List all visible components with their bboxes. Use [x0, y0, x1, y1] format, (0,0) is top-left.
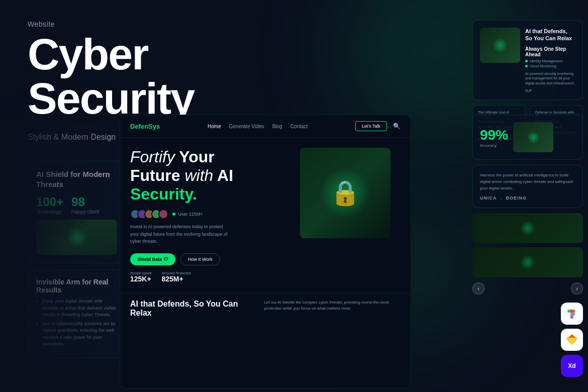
- user-label: User: [178, 212, 188, 217]
- section-title: AI that Defends, So You Can Relax: [130, 300, 249, 318]
- arrow-right[interactable]: ›: [571, 282, 583, 295]
- nav-link-blog[interactable]: Blog: [272, 124, 282, 129]
- nav-link-home[interactable]: Home: [208, 124, 221, 129]
- hero-title: Fortify Your Future with AI Security.: [130, 148, 290, 203]
- user-count-value: 125M+: [189, 212, 203, 217]
- card-body-text: AI-powered security monitoring and manag…: [525, 71, 575, 86]
- right-thumb-1: [472, 213, 583, 243]
- bullet-1: Equip your digital domain with invisible…: [36, 298, 117, 319]
- hero-title-future: Future: [130, 166, 180, 184]
- nav-logo: DefenSys: [130, 123, 160, 130]
- lock-icon: 🔒: [330, 179, 360, 207]
- sponsor-1: UNICA: [480, 195, 497, 201]
- percentage-label: Accuracy: [480, 143, 508, 148]
- search-icon[interactable]: 🔍: [393, 123, 401, 130]
- stat-joined: People joined 125K+: [130, 271, 151, 283]
- stat1-label: Technology: [36, 209, 63, 215]
- stat-joined-value: 125K+: [130, 275, 151, 283]
- sponsor-2: BOEING: [506, 195, 527, 201]
- invisible-card-title: Invisible Arm for Real Results: [36, 278, 117, 294]
- hero-title-your: Your: [179, 148, 215, 166]
- stat-secured-label: Secured Protected: [161, 271, 190, 275]
- shield-icon: 🛡: [164, 257, 168, 262]
- percentage-card: 99% Accuracy: [472, 115, 583, 160]
- stat2-value: 98: [71, 195, 99, 209]
- hero-title-with: with: [184, 166, 213, 184]
- feature-cloud: Cloud Monitoring: [525, 64, 575, 68]
- hero-stats: People joined 125K+ Secured Protected 82…: [130, 271, 290, 283]
- main-title: Cyber Security: [28, 32, 309, 121]
- user-row: User 125M+: [130, 209, 290, 219]
- center-mockup: DefenSys Home Generate Video Blog Contac…: [120, 115, 411, 388]
- shield-data-button[interactable]: Shield Data 🛡: [130, 253, 175, 265]
- top-right-thumbnail: [480, 28, 520, 63]
- nav-link-contact[interactable]: Contact: [290, 124, 308, 129]
- top-right-card: AI that Defends, So You Can Relax Always…: [472, 20, 583, 100]
- arrow-left[interactable]: ‹: [472, 282, 484, 295]
- section-text: Let our AI handle the complex cyber thre…: [264, 300, 401, 313]
- always-ahead: Always One Step Ahead: [525, 46, 575, 57]
- left-side-panel: AI Shield for Modern Threats 100+ Techno…: [28, 161, 126, 358]
- invisible-bullets: Equip your digital domain with invisible…: [36, 298, 117, 348]
- category-label: Website: [28, 20, 309, 28]
- hero-title-security: Security.: [130, 185, 197, 203]
- hero-title-italic: Fortify: [130, 148, 175, 166]
- right-thumb-2: [472, 247, 583, 277]
- dot-cloud: [525, 65, 528, 67]
- mockup-navbar: DefenSys Home Generate Video Blog Contac…: [120, 115, 411, 138]
- shield-data-label: Shield Data: [137, 257, 162, 262]
- hero-buttons: Shield Data 🛡 How It Work: [130, 253, 290, 265]
- feature-identity: Identity Management: [525, 59, 575, 63]
- stat-joined-label: People joined: [130, 271, 151, 275]
- lock-visual: 🔒: [300, 148, 390, 238]
- nav-links: Home Generate Video Blog Contact: [208, 124, 308, 129]
- top-right-card-title: AI that Defends, So You Can Relax: [525, 28, 575, 42]
- stat2-label: Happy client: [71, 209, 99, 215]
- feature-1: Stylish & Modern Design: [28, 133, 116, 142]
- ai-card-text: Harness the power of artificial intellig…: [480, 172, 575, 191]
- percentage-value: 99%: [480, 127, 508, 143]
- dot-identity: [525, 60, 528, 62]
- nav-right: Let's Talk 🔍: [355, 121, 401, 131]
- shield-card-thumbnail: [36, 220, 117, 255]
- feature-dots: Identity Management Cloud Monitoring AI-…: [525, 59, 575, 86]
- right-thumbnails: [472, 213, 583, 277]
- shield-stats: 100+ Technology 98 Happy client: [36, 195, 117, 215]
- stat-secured-value: 825M+: [161, 275, 190, 283]
- user-count: User 125M+: [172, 212, 203, 217]
- nav-link-video[interactable]: Generate Video: [229, 124, 264, 129]
- ai-text-card: Harness the power of artificial intellig…: [472, 165, 583, 208]
- mockup-bottom-section: AI that Defends, So You Can Relax Let ou…: [120, 293, 411, 327]
- stat-secured: Secured Protected 825M+: [161, 271, 190, 283]
- cloud-label: Cloud Monitoring: [530, 64, 556, 68]
- percent-thumbnail: [513, 122, 553, 152]
- hero-subtitle: Invest in AI-powered defenses today to p…: [130, 223, 231, 245]
- hero-title-ai: AI: [217, 166, 233, 184]
- bullet-2: Our AI cybersecurity solutions act as vi…: [36, 321, 117, 348]
- blurred-right-panel: 99% Accuracy Harness the power of artifi…: [472, 115, 583, 386]
- shield-card-title: AI Shield for Modern Threats: [36, 169, 117, 189]
- avatar-5: [158, 209, 168, 219]
- card-footer: 9UP: [525, 89, 575, 92]
- lets-talk-button[interactable]: Let's Talk: [355, 121, 387, 131]
- avatar-stack: [130, 209, 168, 219]
- stat1-value: 100+: [36, 195, 63, 209]
- mockup-hero: Fortify Your Future with AI Security. Us…: [120, 138, 411, 283]
- invisible-card: Invisible Arm for Real Results Equip you…: [28, 269, 126, 358]
- sponsors-row: UNICA | BOEING: [480, 195, 575, 201]
- how-it-works-button[interactable]: How It Work: [180, 253, 220, 265]
- shield-card: AI Shield for Modern Threats 100+ Techno…: [28, 161, 126, 263]
- user-dot: [172, 213, 175, 216]
- hero-left: Fortify Your Future with AI Security. Us…: [130, 148, 290, 283]
- identity-label: Identity Management: [530, 59, 562, 63]
- hero-right: 🔒: [300, 148, 401, 283]
